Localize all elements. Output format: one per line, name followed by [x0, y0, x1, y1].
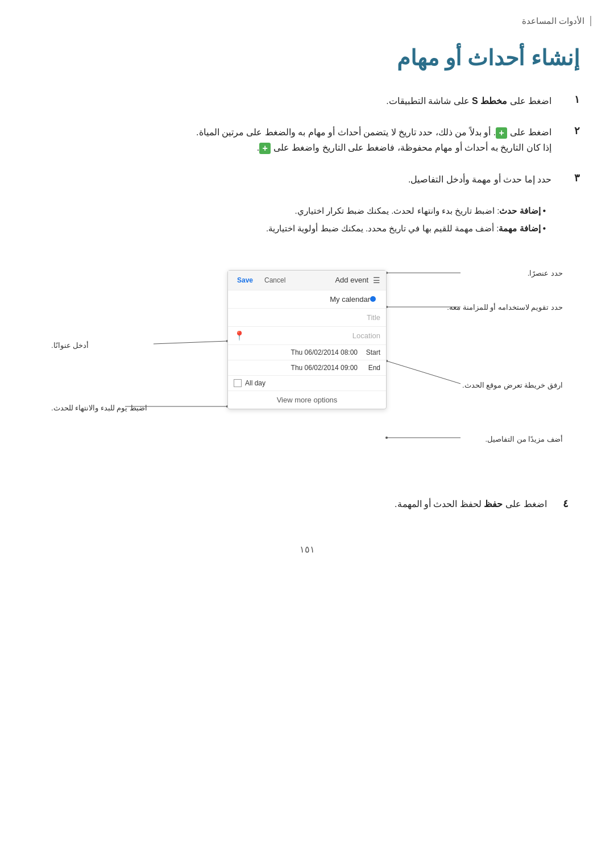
ann-select-calendar: حدد تقويم لاستخدامه أو للمزامنة معه. — [447, 303, 563, 312]
page-number: ١٥١ — [34, 544, 580, 555]
ann-add-more: أضف مزيدًا من التفاصيل. — [486, 435, 563, 443]
dialog-header: ☰ Add event Cancel Save — [228, 271, 386, 290]
step-2-text: اضغط على +. أو بدلاً من ذلك، حدد تاريخ ل… — [34, 124, 551, 155]
cancel-button[interactable]: Cancel — [261, 275, 289, 285]
viewmore-row[interactable]: View more options — [228, 391, 386, 409]
bullet-2-bold: إضافة مهمة — [499, 223, 540, 233]
step-1-number: ١ — [557, 93, 580, 106]
allday-checkbox[interactable] — [234, 379, 242, 387]
dialog-annotation-section: حدد عنصرًا. حدد تقويم لاستخدامه أو للمزا… — [34, 242, 580, 480]
allday-label: All day — [245, 379, 265, 387]
bullet-list: إضافة حدث: اضبط تاريخ بدء وانتهاء لحدث. … — [34, 203, 580, 236]
step-1-text-after: على شاشة التطبيقات. — [386, 96, 472, 106]
step-4-text-before: اضغط على — [503, 499, 547, 509]
step-1-bold: مخطط S — [472, 96, 507, 106]
plus-icon-step2b: + — [259, 143, 271, 154]
end-date-row[interactable]: End Thu 06/02/2014 09:00 — [228, 360, 386, 376]
end-value: Thu 06/02/2014 09:00 — [291, 364, 358, 372]
calendar-row: My calendar — [228, 290, 386, 309]
step-1: ١ اضغط على مخطط S على شاشة التطبيقات. — [34, 93, 580, 109]
bullet-item-2: إضافة مهمة: أضف مهمة للقيم بها في تاريخ … — [34, 221, 546, 236]
map-icon[interactable]: 📍 — [234, 330, 245, 341]
start-date-row[interactable]: Start Thu 06/02/2014 08:00 — [228, 345, 386, 360]
step-4-number: ٤ — [563, 498, 569, 509]
step-3: ٣ حدد إما حدث أو مهمة وأدخل التفاصيل. — [34, 172, 580, 187]
start-value: Thu 06/02/2014 08:00 — [291, 348, 358, 356]
step-2: ٢ اضغط على +. أو بدلاً من ذلك، حدد تاريخ… — [34, 124, 580, 155]
ann-select-element: حدد عنصرًا. — [528, 269, 563, 277]
ann-attach-map: ارفق خريطة تعرض موقع الحدث. — [462, 381, 563, 389]
calendar-dot — [370, 296, 376, 302]
step-1-text: اضغط على مخطط S على شاشة التطبيقات. — [34, 93, 551, 109]
add-event-dialog: ☰ Add event Cancel Save My calendar Titl… — [227, 270, 387, 409]
bullet-1-bold: إضافة حدث — [499, 206, 540, 215]
location-placeholder: Location — [245, 331, 380, 340]
bullet-1-text: : اضبط تاريخ بدء وانتهاء لحدث. يمكنك ضبط… — [294, 206, 499, 215]
ann-set-dates: اضبط يوم للبدء والانتهاء للحدث. — [51, 404, 147, 412]
top-section-label: الأدوات المساعدة — [522, 16, 591, 26]
plus-icon-step2: + — [496, 127, 507, 139]
title-input-row[interactable]: Title — [228, 309, 386, 327]
menu-icon[interactable]: ☰ — [373, 276, 380, 285]
svg-line-4 — [387, 361, 460, 384]
step-2-number: ٢ — [557, 124, 580, 137]
bullet-item-1: إضافة حدث: اضبط تاريخ بدء وانتهاء لحدث. … — [34, 203, 546, 218]
step-4-bold: حفظ — [484, 499, 503, 509]
step-3-text: حدد إما حدث أو مهمة وأدخل التفاصيل. — [34, 172, 551, 187]
title-placeholder: Title — [234, 312, 380, 323]
bullet-2-text: : أضف مهمة للقيم بها في تاريخ محدد. يمكن… — [266, 223, 499, 233]
page-title: إنشاء أحداث أو مهام — [34, 45, 580, 70]
allday-row: All day — [228, 376, 386, 391]
svg-point-7 — [385, 437, 388, 439]
start-label: Start — [358, 348, 380, 356]
end-label: End — [358, 364, 380, 372]
svg-line-8 — [154, 341, 227, 344]
dialog-header-title: Add event — [293, 276, 368, 284]
save-button[interactable]: Save — [234, 275, 256, 285]
step-4: ٤ اضغط على حفظ لحفظ الحدث أو المهمة. — [34, 497, 580, 510]
location-row[interactable]: Location 📍 — [228, 327, 386, 345]
step-3-number: ٣ — [557, 172, 580, 184]
step-4-text-after: لحفظ الحدث أو المهمة. — [395, 499, 482, 509]
ann-enter-title: أدخل عنوانًا. — [51, 341, 89, 350]
calendar-label: My calendar — [330, 295, 370, 304]
viewmore-link[interactable]: View more options — [277, 396, 338, 404]
